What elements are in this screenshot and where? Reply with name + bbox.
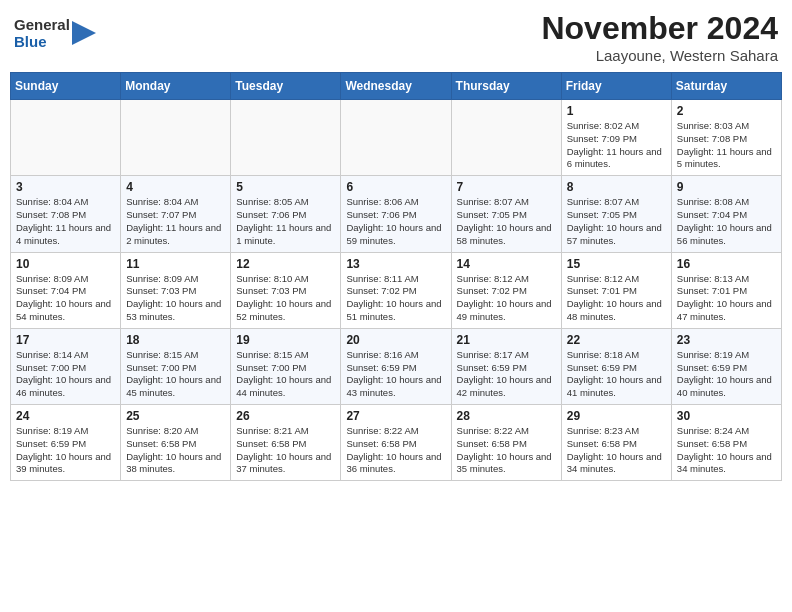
calendar-title: November 2024 <box>541 10 778 47</box>
day-number: 20 <box>346 333 445 347</box>
column-header-sunday: Sunday <box>11 73 121 100</box>
calendar-cell <box>341 100 451 176</box>
calendar-cell: 25Sunrise: 8:20 AMSunset: 6:58 PMDayligh… <box>121 405 231 481</box>
calendar-cell: 11Sunrise: 8:09 AMSunset: 7:03 PMDayligh… <box>121 252 231 328</box>
day-info: Sunrise: 8:18 AMSunset: 6:59 PMDaylight:… <box>567 349 666 400</box>
day-info: Sunrise: 8:12 AMSunset: 7:01 PMDaylight:… <box>567 273 666 324</box>
column-header-saturday: Saturday <box>671 73 781 100</box>
calendar-cell: 12Sunrise: 8:10 AMSunset: 7:03 PMDayligh… <box>231 252 341 328</box>
day-number: 13 <box>346 257 445 271</box>
day-info: Sunrise: 8:15 AMSunset: 7:00 PMDaylight:… <box>126 349 225 400</box>
logo-text: General Blue <box>14 16 70 51</box>
day-number: 5 <box>236 180 335 194</box>
calendar-cell: 27Sunrise: 8:22 AMSunset: 6:58 PMDayligh… <box>341 405 451 481</box>
calendar-cell: 14Sunrise: 8:12 AMSunset: 7:02 PMDayligh… <box>451 252 561 328</box>
day-number: 6 <box>346 180 445 194</box>
calendar-cell: 28Sunrise: 8:22 AMSunset: 6:58 PMDayligh… <box>451 405 561 481</box>
calendar-cell: 24Sunrise: 8:19 AMSunset: 6:59 PMDayligh… <box>11 405 121 481</box>
day-number: 22 <box>567 333 666 347</box>
column-header-monday: Monday <box>121 73 231 100</box>
day-number: 28 <box>457 409 556 423</box>
day-number: 16 <box>677 257 776 271</box>
calendar-cell <box>11 100 121 176</box>
day-info: Sunrise: 8:02 AMSunset: 7:09 PMDaylight:… <box>567 120 666 171</box>
day-number: 23 <box>677 333 776 347</box>
column-header-tuesday: Tuesday <box>231 73 341 100</box>
calendar-cell: 18Sunrise: 8:15 AMSunset: 7:00 PMDayligh… <box>121 328 231 404</box>
calendar-header-row: SundayMondayTuesdayWednesdayThursdayFrid… <box>11 73 782 100</box>
calendar-table: SundayMondayTuesdayWednesdayThursdayFrid… <box>10 72 782 481</box>
day-number: 7 <box>457 180 556 194</box>
calendar-cell: 13Sunrise: 8:11 AMSunset: 7:02 PMDayligh… <box>341 252 451 328</box>
day-info: Sunrise: 8:09 AMSunset: 7:04 PMDaylight:… <box>16 273 115 324</box>
day-info: Sunrise: 8:13 AMSunset: 7:01 PMDaylight:… <box>677 273 776 324</box>
day-number: 2 <box>677 104 776 118</box>
day-number: 9 <box>677 180 776 194</box>
day-info: Sunrise: 8:09 AMSunset: 7:03 PMDaylight:… <box>126 273 225 324</box>
day-info: Sunrise: 8:16 AMSunset: 6:59 PMDaylight:… <box>346 349 445 400</box>
day-number: 11 <box>126 257 225 271</box>
logo-blue: Blue <box>14 33 70 50</box>
day-info: Sunrise: 8:05 AMSunset: 7:06 PMDaylight:… <box>236 196 335 247</box>
day-info: Sunrise: 8:06 AMSunset: 7:06 PMDaylight:… <box>346 196 445 247</box>
calendar-cell: 4Sunrise: 8:04 AMSunset: 7:07 PMDaylight… <box>121 176 231 252</box>
day-number: 25 <box>126 409 225 423</box>
day-info: Sunrise: 8:07 AMSunset: 7:05 PMDaylight:… <box>457 196 556 247</box>
day-number: 19 <box>236 333 335 347</box>
day-info: Sunrise: 8:04 AMSunset: 7:07 PMDaylight:… <box>126 196 225 247</box>
day-number: 12 <box>236 257 335 271</box>
column-header-thursday: Thursday <box>451 73 561 100</box>
calendar-cell: 8Sunrise: 8:07 AMSunset: 7:05 PMDaylight… <box>561 176 671 252</box>
calendar-cell: 30Sunrise: 8:24 AMSunset: 6:58 PMDayligh… <box>671 405 781 481</box>
calendar-cell <box>121 100 231 176</box>
calendar-cell: 3Sunrise: 8:04 AMSunset: 7:08 PMDaylight… <box>11 176 121 252</box>
day-info: Sunrise: 8:19 AMSunset: 6:59 PMDaylight:… <box>16 425 115 476</box>
day-number: 14 <box>457 257 556 271</box>
day-info: Sunrise: 8:12 AMSunset: 7:02 PMDaylight:… <box>457 273 556 324</box>
calendar-cell: 29Sunrise: 8:23 AMSunset: 6:58 PMDayligh… <box>561 405 671 481</box>
svg-marker-0 <box>72 21 96 45</box>
calendar-cell: 7Sunrise: 8:07 AMSunset: 7:05 PMDaylight… <box>451 176 561 252</box>
calendar-cell: 26Sunrise: 8:21 AMSunset: 6:58 PMDayligh… <box>231 405 341 481</box>
calendar-cell: 23Sunrise: 8:19 AMSunset: 6:59 PMDayligh… <box>671 328 781 404</box>
day-info: Sunrise: 8:10 AMSunset: 7:03 PMDaylight:… <box>236 273 335 324</box>
column-header-wednesday: Wednesday <box>341 73 451 100</box>
day-info: Sunrise: 8:17 AMSunset: 6:59 PMDaylight:… <box>457 349 556 400</box>
calendar-cell: 10Sunrise: 8:09 AMSunset: 7:04 PMDayligh… <box>11 252 121 328</box>
calendar-cell: 6Sunrise: 8:06 AMSunset: 7:06 PMDaylight… <box>341 176 451 252</box>
calendar-week-row: 3Sunrise: 8:04 AMSunset: 7:08 PMDaylight… <box>11 176 782 252</box>
day-info: Sunrise: 8:19 AMSunset: 6:59 PMDaylight:… <box>677 349 776 400</box>
calendar-cell <box>451 100 561 176</box>
day-info: Sunrise: 8:23 AMSunset: 6:58 PMDaylight:… <box>567 425 666 476</box>
calendar-week-row: 1Sunrise: 8:02 AMSunset: 7:09 PMDaylight… <box>11 100 782 176</box>
calendar-cell <box>231 100 341 176</box>
day-info: Sunrise: 8:03 AMSunset: 7:08 PMDaylight:… <box>677 120 776 171</box>
day-number: 18 <box>126 333 225 347</box>
day-number: 29 <box>567 409 666 423</box>
day-info: Sunrise: 8:24 AMSunset: 6:58 PMDaylight:… <box>677 425 776 476</box>
calendar-cell: 15Sunrise: 8:12 AMSunset: 7:01 PMDayligh… <box>561 252 671 328</box>
logo-general: General <box>14 16 70 33</box>
logo: General Blue <box>14 16 96 51</box>
calendar-cell: 1Sunrise: 8:02 AMSunset: 7:09 PMDaylight… <box>561 100 671 176</box>
calendar-cell: 9Sunrise: 8:08 AMSunset: 7:04 PMDaylight… <box>671 176 781 252</box>
calendar-cell: 21Sunrise: 8:17 AMSunset: 6:59 PMDayligh… <box>451 328 561 404</box>
title-block: November 2024 Laayoune, Western Sahara <box>541 10 778 64</box>
day-number: 15 <box>567 257 666 271</box>
day-info: Sunrise: 8:11 AMSunset: 7:02 PMDaylight:… <box>346 273 445 324</box>
day-info: Sunrise: 8:15 AMSunset: 7:00 PMDaylight:… <box>236 349 335 400</box>
day-number: 3 <box>16 180 115 194</box>
day-number: 4 <box>126 180 225 194</box>
day-info: Sunrise: 8:20 AMSunset: 6:58 PMDaylight:… <box>126 425 225 476</box>
calendar-cell: 19Sunrise: 8:15 AMSunset: 7:00 PMDayligh… <box>231 328 341 404</box>
day-info: Sunrise: 8:22 AMSunset: 6:58 PMDaylight:… <box>457 425 556 476</box>
calendar-week-row: 10Sunrise: 8:09 AMSunset: 7:04 PMDayligh… <box>11 252 782 328</box>
day-info: Sunrise: 8:08 AMSunset: 7:04 PMDaylight:… <box>677 196 776 247</box>
day-number: 30 <box>677 409 776 423</box>
logo-arrow-icon <box>72 21 96 45</box>
day-info: Sunrise: 8:21 AMSunset: 6:58 PMDaylight:… <box>236 425 335 476</box>
day-number: 1 <box>567 104 666 118</box>
day-info: Sunrise: 8:04 AMSunset: 7:08 PMDaylight:… <box>16 196 115 247</box>
day-info: Sunrise: 8:22 AMSunset: 6:58 PMDaylight:… <box>346 425 445 476</box>
calendar-cell: 5Sunrise: 8:05 AMSunset: 7:06 PMDaylight… <box>231 176 341 252</box>
